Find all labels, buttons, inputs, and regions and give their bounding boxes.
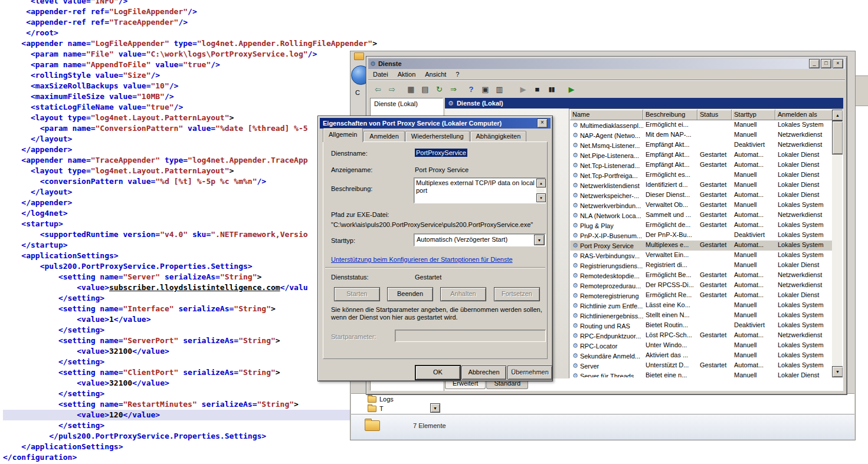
service-status <box>697 371 732 377</box>
startup-type-dropdown[interactable]: Automatisch (Verzögerter Start) ▼ <box>414 233 546 246</box>
service-status: Gestartet <box>697 221 732 231</box>
service-row[interactable]: ⚙ Server für Threads... Bietet eine n...… <box>570 371 832 377</box>
service-row[interactable]: ⚙ Port Proxy Service Multiplexes e... Ge… <box>570 241 832 251</box>
close-icon[interactable]: × <box>537 119 548 128</box>
service-row[interactable]: ⚙ Plug & Play Ermöglicht de... Gestartet… <box>570 221 832 231</box>
column-header[interactable]: Status <box>697 110 732 120</box>
list-item[interactable]: T <box>368 405 384 412</box>
service-control-button[interactable]: Anhalten <box>440 287 486 301</box>
minimize-button[interactable]: _ <box>809 59 820 68</box>
service-row[interactable]: ⚙ Net.Pipe-Listenera... Empfängt Akt... … <box>570 150 832 160</box>
service-control-button[interactable]: Starten <box>334 287 380 301</box>
menu-ansicht[interactable]: Ansicht <box>420 71 451 78</box>
service-control-button[interactable]: Fortsetzen <box>494 287 540 301</box>
service-row[interactable]: ⚙ Routing und RAS Bietet Routin... Deakt… <box>570 321 832 331</box>
service-row[interactable]: ⚙ Sekundäre Anmeld... Aktiviert das ... … <box>570 351 832 361</box>
service-description: Stellt einen N... <box>643 311 697 321</box>
service-row[interactable]: ⚙ Remotedesktopdie... Ermöglicht Be... G… <box>570 271 832 281</box>
service-row[interactable]: ⚙ NLA (Network Loca... Sammelt und ... G… <box>570 210 832 221</box>
service-row[interactable]: ⚙ Remoteprozedurau... Der RPCSS-Di... Ge… <box>570 281 832 291</box>
service-description: Der PnP-X-Bu... <box>643 231 697 241</box>
standard-view-icon[interactable]: ▥ <box>493 83 506 96</box>
scrollbar-thumb[interactable] <box>832 121 843 154</box>
service-row[interactable]: ⚙ Remoteregistrierung Ermöglicht Re... G… <box>570 291 832 301</box>
extended-view-icon[interactable]: ▣ <box>479 83 492 96</box>
startparameter-input[interactable] <box>395 330 546 342</box>
display-name-value[interactable]: Port Proxy Service <box>415 166 469 173</box>
service-row[interactable]: ⚙ Richtlinienergebniss... Stellt einen N… <box>570 311 832 321</box>
service-row[interactable]: ⚙ Richtlinie zum Entfe... Lässt eine Ko.… <box>570 301 832 311</box>
maximize-button[interactable]: □ <box>821 59 831 68</box>
column-header[interactable]: Anmelden als <box>775 110 833 120</box>
menu-aktion[interactable]: Aktion <box>393 71 421 78</box>
start-service-icon[interactable]: ▶ <box>517 83 529 96</box>
scroll-up-icon[interactable]: ▲ <box>536 179 546 187</box>
restart-service-icon[interactable]: ▶ <box>565 83 578 96</box>
service-row[interactable]: ⚙ Netzwerkverbindun... Verwaltet Ob... G… <box>570 200 832 210</box>
service-row[interactable]: ⚙ Net.Tcp-Portfreiga... Ermöglicht es...… <box>570 170 832 180</box>
service-row[interactable]: ⚙ RPC-Locator Unter Windo... Manuell Lok… <box>570 341 832 351</box>
export-icon[interactable]: ⇒ <box>447 83 460 96</box>
service-gear-icon: ⚙ <box>572 302 578 309</box>
folder-icon <box>368 406 376 412</box>
service-name: Port Proxy Service <box>580 242 634 249</box>
exe-path-label: Pfad zur EXE-Datei: <box>331 211 389 218</box>
service-row[interactable]: ⚙ Netzwerkspeicher-... Dieser Dienst... … <box>570 190 832 200</box>
list-item[interactable]: Logs <box>368 396 394 403</box>
dialog-titlebar[interactable]: Eigenschaften von Port Proxy Service (Lo… <box>320 118 551 129</box>
service-row[interactable]: ⚙ Net.Msmq-Listener... Empfängt Akt... D… <box>570 140 832 150</box>
column-header[interactable]: Beschreibung <box>643 110 697 120</box>
service-row[interactable]: ⚙ Multimediaklassenpl... Ermöglicht ei..… <box>570 120 832 130</box>
scroll-up-icon[interactable]: ▲ <box>832 110 843 121</box>
service-control-button[interactable]: Beenden <box>387 287 433 301</box>
vertical-scrollbar[interactable]: ▲ ▼ <box>832 110 842 377</box>
chevron-down-icon[interactable]: ▼ <box>430 403 440 413</box>
stop-service-icon[interactable]: ■ <box>531 83 543 96</box>
service-starttype: Manuell <box>732 351 775 361</box>
description-textbox[interactable]: Multiplexes external TCP/IP data on loca… <box>414 177 546 203</box>
tree-node-dienste-lokal[interactable]: Dienste (Lokal) <box>371 98 443 109</box>
chevron-down-icon[interactable]: ▼ <box>534 235 545 245</box>
service-name: Server <box>580 363 599 370</box>
refresh-icon[interactable]: ↻ <box>433 83 446 96</box>
divider <box>325 267 545 268</box>
help-icon[interactable]: ? <box>465 83 477 96</box>
close-button[interactable]: × <box>833 59 843 68</box>
column-header[interactable]: Name <box>570 110 643 120</box>
forward-icon[interactable]: ⇨ <box>386 83 398 96</box>
services-titlebar[interactable]: ⚙ Dienste _□× <box>368 58 845 69</box>
menu-datei[interactable]: Datei <box>368 71 393 78</box>
dialog-tab[interactable]: Wiederherstellung <box>405 131 470 142</box>
service-name-value[interactable]: PortProxyService <box>415 149 467 157</box>
service-gear-icon: ⚙ <box>572 122 578 129</box>
scroll-down-icon[interactable]: ▼ <box>536 193 546 202</box>
service-row[interactable]: ⚙ PnP-X-IP-Busenum... Der PnP-X-Bu... De… <box>570 231 832 241</box>
back-icon[interactable]: ⇦ <box>372 83 384 96</box>
apply-button[interactable]: Übernehmen <box>507 366 552 380</box>
dialog-tab[interactable]: Anmelden <box>363 131 405 142</box>
service-gear-icon: ⚙ <box>572 232 578 239</box>
dialog-tab[interactable]: Abhängigkeiten <box>470 131 527 142</box>
pause-service-icon[interactable]: ▮▮ <box>545 83 558 96</box>
ok-button[interactable]: OK <box>415 366 460 380</box>
description-scrollbar[interactable]: ▲ ▼ <box>536 179 545 202</box>
service-row[interactable]: ⚙ RAS-Verbindungsv... Verwaltet Ein... M… <box>570 251 832 261</box>
service-row[interactable]: ⚙ Netzwerklistendienst Identifiziert d..… <box>570 180 832 190</box>
service-row[interactable]: ⚙ Server Unterstützt D... Gestartet Auto… <box>570 361 832 371</box>
service-row[interactable]: ⚙ NAP-Agent (Netwo... Mit dem NAP-... Ma… <box>570 130 832 140</box>
startup-options-help-link[interactable]: Unterstützung beim Konfigurieren der Sta… <box>331 256 513 263</box>
service-name: Sekundäre Anmeld... <box>580 353 640 360</box>
show-console-tree-icon[interactable]: ▦ <box>405 83 417 96</box>
dialog-tab[interactable]: Allgemein <box>323 128 363 142</box>
export-list-icon[interactable]: ▤ <box>419 83 431 96</box>
cancel-button[interactable]: Abbrechen <box>461 366 506 380</box>
service-description: Verwaltet Ob... <box>643 200 697 210</box>
column-header[interactable]: Starttyp <box>732 110 775 120</box>
service-row[interactable]: ⚙ Registrierungsdiens... Registriert di.… <box>570 261 832 271</box>
menu-hilfe[interactable]: ? <box>451 71 464 78</box>
service-logon-as: Lokales System <box>775 311 832 321</box>
service-row[interactable]: ⚙ Net.Tcp-Listenerad... Empfängt Akt... … <box>570 160 832 170</box>
service-name: NLA (Network Loca... <box>580 212 641 219</box>
service-row[interactable]: ⚙ RPC-Endpunktzuor... Löst RPC-Sch... Ge… <box>570 331 832 341</box>
scroll-down-icon[interactable]: ▼ <box>832 366 843 377</box>
